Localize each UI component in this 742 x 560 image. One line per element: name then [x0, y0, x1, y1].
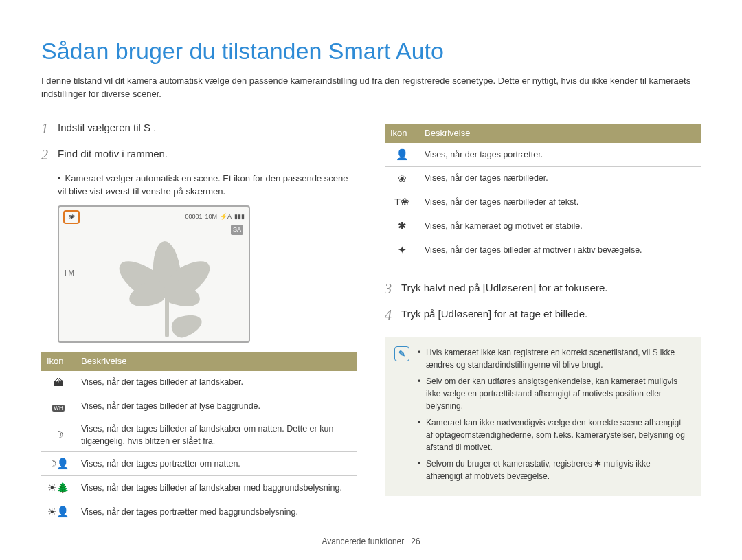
resolution-indicator: 10M: [205, 212, 217, 221]
metering-indicator: I M: [65, 269, 74, 279]
page-footer: Avancerede funktioner 26: [0, 536, 742, 548]
icon-desc: Vises, når der tages nærbilleder af teks…: [419, 190, 701, 214]
flash-auto-icon: ⚡A: [220, 212, 232, 221]
icon-desc: Vises, når der tages nærbilleder.: [419, 166, 701, 190]
table-row: ☽👤 Vises, når der tages portrætter om na…: [41, 452, 357, 476]
step-number: 2: [41, 146, 58, 163]
icon-desc: Vises, når der tages billeder af landska…: [76, 476, 357, 500]
flower-silhouette: [111, 234, 228, 337]
portrait-icon: 👤: [385, 143, 419, 166]
icon-desc: Vises, når der tages portrætter.: [419, 143, 701, 166]
footer-page-number: 26: [411, 537, 420, 546]
steps-list-left: 1 Indstil vælgeren til S . 2 Find dit mo…: [41, 120, 357, 163]
scene-icon-table-right: Ikon Beskrivelse 👤 Vises, når der tages …: [385, 124, 701, 262]
landscape-icon: 🏔: [41, 371, 76, 394]
step-text: Tryk på [Udløseren] for at tage et bille…: [401, 306, 587, 321]
action-icon: ✦: [385, 238, 419, 262]
col-header-icon: Ikon: [41, 352, 76, 371]
steps-list-right: 3 Tryk halvt ned på [Udløseren] for at f…: [385, 280, 701, 323]
left-column: 1 Indstil vælgeren til S . 2 Find dit mo…: [41, 120, 357, 524]
step-number: 4: [385, 306, 401, 323]
table-row: ☀👤 Vises, når der tages portrætter med b…: [41, 500, 357, 524]
step-text: Indstil vælgeren til S .: [58, 120, 156, 135]
step-text: Find dit motiv i rammen.: [58, 146, 168, 161]
note-box: ✎ Hvis kameraet ikke kan registrere en k…: [385, 337, 701, 496]
table-row: ❀ Vises, når der tages nærbilleder.: [385, 166, 701, 190]
table-row: 🏔 Vises, når der tages billeder af lands…: [41, 371, 357, 394]
icon-desc: Vises, når der tages portrætter om natte…: [76, 452, 357, 476]
step-number: 3: [385, 280, 401, 297]
note-item: Hvis kameraet ikke kan registrere en kor…: [418, 346, 688, 371]
backlight-landscape-icon: ☀🌲: [41, 476, 76, 500]
table-row: 👤 Vises, når der tages portrætter.: [385, 143, 701, 166]
table-row: ✦ Vises, når der tages billeder af motiv…: [385, 238, 701, 262]
step-1: 1 Indstil vælgeren til S .: [41, 120, 357, 137]
macro-scene-icon: ❀: [63, 210, 80, 224]
preview-topbar: ❀ 00001 10M ⚡A ▮▮▮: [63, 211, 245, 223]
manual-page: Sådan bruger du tilstanden Smart Auto I …: [0, 0, 742, 560]
icon-desc: Vises, når der tages portrætter med bagg…: [76, 500, 357, 524]
intro-paragraph: I denne tilstand vil dit kamera automati…: [41, 75, 694, 101]
icon-desc: Vises, når der tages billeder af landska…: [76, 371, 357, 394]
right-column: Ikon Beskrivelse 👤 Vises, når der tages …: [385, 120, 701, 524]
step-4: 4 Tryk på [Udløseren] for at tage et bil…: [385, 306, 701, 323]
note-list: Hvis kameraet ikke kan registrere en kor…: [418, 346, 688, 482]
battery-icon: ▮▮▮: [234, 212, 245, 221]
icon-desc: Vises, når der tages billeder af landska…: [76, 418, 357, 452]
preview-status-cluster: 00001 10M ⚡A ▮▮▮: [185, 212, 245, 221]
step-3: 3 Tryk halvt ned på [Udløseren] for at f…: [385, 280, 701, 297]
icon-desc: Vises, når der tages billeder af motiver…: [419, 238, 701, 262]
icon-desc: Vises, når kameraet og motivet er stabil…: [419, 214, 701, 238]
step-number: 1: [41, 120, 58, 137]
col-header-desc: Beskrivelse: [76, 352, 357, 371]
note-item: Selv om der kan udføres ansigtsgenkendel…: [418, 375, 688, 412]
backlight-portrait-icon: ☀👤: [41, 500, 76, 524]
white-bg-icon: WH: [41, 394, 76, 418]
night-portrait-icon: ☽👤: [41, 452, 76, 476]
shot-counter: 00001: [185, 212, 202, 221]
note-icon: ✎: [394, 346, 409, 361]
col-header-icon: Ikon: [385, 124, 419, 143]
night-landscape-icon: ☽: [41, 418, 76, 452]
table-row: ☽ Vises, når der tages billeder af lands…: [41, 418, 357, 452]
smart-auto-badge: SA: [231, 225, 243, 235]
macro-icon: ❀: [385, 166, 419, 190]
camera-screen-preview: ❀ 00001 10M ⚡A ▮▮▮ SA I M: [58, 205, 250, 343]
col-header-desc: Beskrivelse: [419, 124, 701, 143]
scene-icon-table-left: Ikon Beskrivelse 🏔 Vises, når der tages …: [41, 352, 357, 524]
step-2: 2 Find dit motiv i rammen.: [41, 146, 357, 163]
step-text: Tryk halvt ned på [Udløseren] for at fok…: [401, 280, 607, 295]
note-item: Kameraet kan ikke nødvendigvis vælge den…: [418, 416, 688, 453]
step-2-bullet: Kameraet vælger automatisk en scene. Et …: [58, 172, 357, 199]
icon-desc: Vises, når der tages billeder af lyse ba…: [76, 394, 357, 418]
note-item: Selvom du bruger et kamerastativ, regist…: [418, 458, 688, 482]
two-column-layout: 1 Indstil vælgeren til S . 2 Find dit mo…: [41, 120, 701, 524]
table-row: T❀ Vises, når der tages nærbilleder af t…: [385, 190, 701, 214]
text-macro-icon: T❀: [385, 190, 419, 214]
step-2-bullet-list: Kameraet vælger automatisk en scene. Et …: [41, 172, 357, 199]
page-title: Sådan bruger du tilstanden Smart Auto: [41, 34, 701, 68]
footer-section: Avancerede funktioner: [322, 537, 404, 546]
table-row: ✱ Vises, når kameraet og motivet er stab…: [385, 214, 701, 238]
table-row: WH Vises, når der tages billeder af lyse…: [41, 394, 357, 418]
tripod-icon: ✱: [385, 214, 419, 238]
table-row: ☀🌲 Vises, når der tages billeder af land…: [41, 476, 357, 500]
